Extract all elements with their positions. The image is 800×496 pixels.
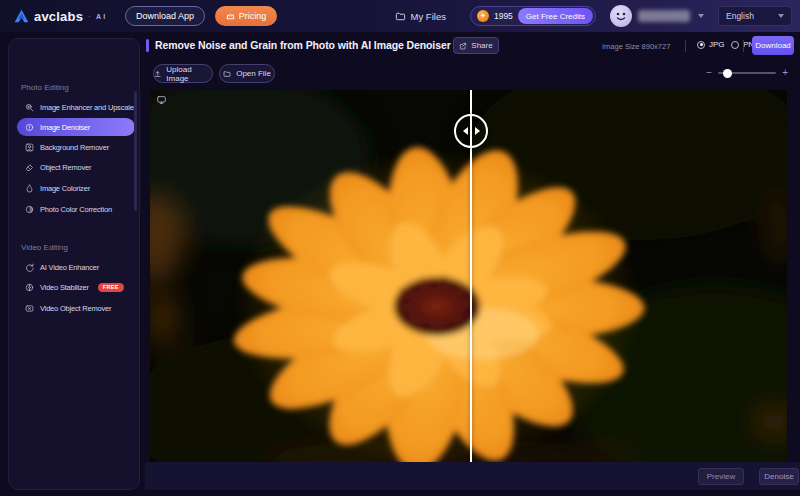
language-chevron-down-icon	[778, 14, 784, 18]
zoom-slider[interactable]	[718, 72, 776, 74]
color-correction-icon	[25, 205, 34, 214]
user-avatar[interactable]	[610, 5, 632, 27]
zoom-in-button[interactable]: +	[782, 68, 788, 78]
pricing-label: Pricing	[239, 11, 267, 21]
get-free-credits-label: Get Free Credits	[526, 12, 585, 21]
share-button[interactable]: Share	[453, 37, 499, 54]
zoom-slider-knob[interactable]	[723, 69, 732, 78]
preview-button[interactable]: Preview	[698, 468, 744, 485]
upload-icon	[154, 70, 161, 78]
topbar-right: My Files ✦ 1995 Get Free Credits English	[395, 5, 800, 27]
denoise-label: Denoise	[764, 472, 793, 481]
download-label: Download	[755, 41, 791, 50]
stabilizer-icon	[25, 283, 34, 292]
sidebar-item-video-stabilizer[interactable]: Video Stabilizer FREE	[17, 278, 135, 296]
sidebar-scrollbar[interactable]	[134, 91, 137, 211]
coin-icon: ✦	[477, 10, 489, 22]
sidebar-item-image-denoiser[interactable]: Image Denoiser	[17, 118, 135, 136]
download-app-label: Download App	[136, 11, 194, 21]
colorizer-icon	[25, 184, 34, 193]
arrow-right-icon	[475, 127, 480, 135]
sidebar-item-video-object-remover[interactable]: Video Object Remover	[17, 299, 135, 317]
avatar-face-icon	[610, 5, 632, 27]
brand-logo[interactable]: avclabs · AI	[14, 9, 107, 24]
crown-icon	[226, 12, 235, 21]
format-radio-jpg[interactable]: JPG	[697, 40, 725, 49]
sidebar-item-ai-video-enhancer[interactable]: AI Video Enhancer	[17, 258, 135, 276]
sidebar-item-label: Video Stabilizer	[40, 283, 89, 292]
sidebar-item-label: Object Remover	[40, 163, 91, 172]
radio-unchecked-icon	[731, 41, 739, 49]
main-header: Remove Noise and Grain from Photo with A…	[145, 32, 800, 60]
sidebar-item-label: Image Denoiser	[40, 123, 90, 132]
upload-image-label: Upload Image	[166, 65, 212, 83]
footer-bar: Preview Denoise	[145, 462, 800, 490]
compare-slider-handle[interactable]	[454, 114, 488, 148]
sidebar-item-label: Photo Color Correction	[40, 205, 112, 214]
sidebar-item-photo-color-correction[interactable]: Photo Color Correction	[17, 200, 135, 218]
denoise-button[interactable]: Denoise	[759, 468, 799, 485]
image-viewer[interactable]	[150, 90, 787, 462]
jpg-label: JPG	[709, 40, 725, 49]
sidebar-item-label: Image Colorizer	[40, 184, 90, 193]
sidebar-item-label: Image Enhancer and Upscaler	[40, 103, 136, 112]
share-icon	[459, 42, 467, 50]
preview-label: Preview	[707, 472, 735, 481]
magnifier-plus-icon	[25, 103, 34, 112]
background-remover-icon	[25, 143, 34, 152]
sidebar-item-object-remover[interactable]: Object Remover	[17, 158, 135, 176]
sidebar: Photo Editing Image Enhancer and Upscale…	[8, 38, 140, 490]
upload-image-button[interactable]: Upload Image	[153, 64, 213, 83]
pricing-button[interactable]: Pricing	[215, 6, 277, 26]
toolbar: Upload Image Open File − +	[145, 60, 800, 86]
video-enhancer-icon	[25, 263, 34, 272]
brand-name: avclabs	[34, 9, 83, 24]
language-dropdown[interactable]: English	[718, 6, 792, 26]
share-label: Share	[471, 41, 492, 50]
sidebar-item-background-remover[interactable]: Background Remover	[17, 138, 135, 156]
header-divider	[743, 40, 744, 52]
free-badge: FREE	[98, 283, 124, 292]
title-accent-bar	[146, 39, 149, 52]
folder-icon	[395, 11, 406, 22]
photo-editing-section-label: Photo Editing	[21, 83, 69, 92]
open-file-label: Open File	[236, 69, 271, 78]
topbar: avclabs · AI Download App Pricing My Fil…	[0, 0, 800, 32]
eraser-icon	[25, 163, 34, 172]
get-free-credits-button[interactable]: Get Free Credits	[518, 8, 593, 24]
sidebar-item-image-colorizer[interactable]: Image Colorizer	[17, 179, 135, 197]
app-window: avclabs · AI Download App Pricing My Fil…	[0, 0, 800, 496]
denoiser-icon	[25, 123, 34, 132]
username-redacted	[638, 10, 690, 22]
credits-count: 1995	[494, 11, 513, 21]
account-chevron-down-icon[interactable]	[698, 14, 704, 18]
sidebar-item-image-enhancer[interactable]: Image Enhancer and Upscaler	[17, 98, 135, 116]
brand-suffix: AI	[96, 13, 107, 20]
sidebar-item-label: Background Remover	[40, 143, 109, 152]
avclabs-logo-icon	[14, 9, 29, 23]
download-button[interactable]: Download	[752, 36, 794, 55]
language-value: English	[726, 11, 754, 21]
zoom-out-button[interactable]: −	[706, 68, 712, 78]
video-object-remover-icon	[25, 304, 34, 313]
open-file-button[interactable]: Open File	[219, 64, 275, 83]
arrow-left-icon	[463, 127, 468, 135]
download-app-button[interactable]: Download App	[125, 6, 205, 26]
sidebar-item-label: AI Video Enhancer	[40, 263, 99, 272]
video-editing-section-label: Video Editing	[21, 243, 68, 252]
sidebar-item-label: Video Object Remover	[40, 304, 111, 313]
brand-separator: ·	[88, 11, 91, 21]
header-divider	[685, 40, 686, 52]
my-files-label: My Files	[411, 11, 446, 22]
zoom-control: − +	[706, 68, 788, 78]
page-title: Remove Noise and Grain from Photo with A…	[155, 39, 451, 51]
credits-pill: ✦ 1995 Get Free Credits	[470, 6, 596, 26]
my-files-button[interactable]: My Files	[395, 11, 446, 22]
image-size-label: Image Size 890x727	[602, 42, 670, 51]
open-folder-icon	[223, 70, 231, 78]
radio-checked-icon	[697, 41, 705, 49]
fit-screen-icon[interactable]	[156, 95, 167, 105]
